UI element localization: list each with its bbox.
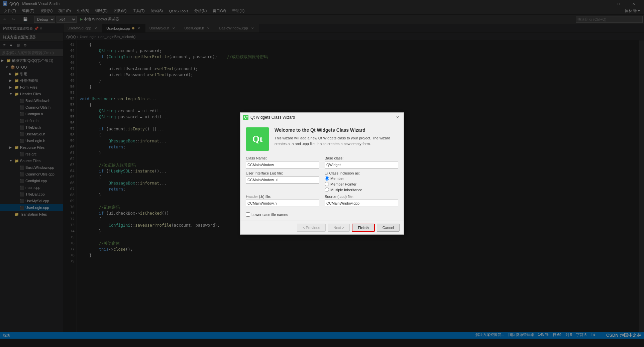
ui-class-group: Ui Class Inclusion as: Member Member Poi… [325, 171, 398, 192]
dialog-form: Class Name: Base class: User Interface (… [240, 156, 404, 211]
header-file-label: Header (.h) file: [246, 195, 319, 199]
dialog-body: Qt Welcome to the Qt Widgets Class Wizar… [240, 122, 404, 156]
lowercase-checkbox[interactable] [246, 212, 250, 217]
radio-member[interactable]: Member [325, 176, 398, 181]
base-class-group: Base class: [325, 156, 398, 168]
class-name-input[interactable] [246, 161, 319, 168]
radio-multiple-label: Multiple Inheritance [330, 188, 362, 192]
dialog-overlay: Qt Qt Widgets Class Wizard ✕ Qt Welcome … [0, 0, 644, 347]
radio-member-input[interactable] [325, 176, 329, 181]
dialog-qt-icon: Qt [243, 115, 248, 120]
qt-wizard-dialog: Qt Qt Widgets Class Wizard ✕ Qt Welcome … [240, 112, 404, 235]
qt-logo-text: Qt [252, 134, 262, 144]
base-class-label: Base class: [325, 156, 398, 160]
cancel-button[interactable]: Cancel [377, 224, 400, 232]
lowercase-row: Lower case file names [240, 211, 404, 221]
ui-class-label: Ui Class Inclusion as: [325, 171, 398, 175]
dialog-welcome-title: Welcome to the Qt Widgets Class Wizard [275, 127, 398, 133]
header-file-input[interactable] [246, 200, 319, 207]
source-file-input[interactable] [325, 200, 398, 207]
qt-logo: Qt [246, 127, 269, 151]
dialog-welcome-content: Welcome to the Qt Widgets Class Wizard T… [275, 127, 398, 151]
dialog-title-text: Qt Widgets Class Wizard [250, 115, 295, 120]
previous-button[interactable]: < Previous [297, 224, 326, 232]
radio-multiple-inheritance[interactable]: Multiple Inheritance [325, 188, 398, 192]
dialog-close-button[interactable]: ✕ [394, 114, 401, 121]
radio-member-pointer[interactable]: Member Pointer [325, 182, 398, 186]
dialog-description: This wizard will add a new Qt Widgets cl… [275, 135, 398, 146]
next-button[interactable]: Next > [328, 224, 350, 232]
finish-button[interactable]: Finish [352, 224, 374, 232]
radio-multiple-input[interactable] [325, 188, 329, 192]
source-file-label: Source (.cpp) file: [325, 195, 398, 199]
ui-file-group: User Interface (.ui) file: [246, 171, 319, 192]
radio-group: Member Member Pointer Multiple Inheritan… [325, 176, 398, 192]
radio-member-pointer-input[interactable] [325, 182, 329, 186]
header-file-group: Header (.h) file: [246, 195, 319, 207]
class-name-group: Class Name: [246, 156, 319, 168]
dialog-footer: < Previous Next > Finish Cancel [240, 221, 404, 234]
radio-member-pointer-label: Member Pointer [330, 182, 356, 186]
lowercase-label[interactable]: Lower case file names [251, 213, 288, 217]
dialog-title-bar: Qt Qt Widgets Class Wizard ✕ [240, 113, 404, 122]
source-file-group: Source (.cpp) file: [325, 195, 398, 207]
ui-file-label: User Interface (.ui) file: [246, 171, 319, 175]
radio-member-label: Member [330, 177, 344, 181]
ui-file-input[interactable] [246, 176, 319, 184]
class-name-label: Class Name: [246, 156, 319, 160]
base-class-input[interactable] [325, 161, 398, 168]
